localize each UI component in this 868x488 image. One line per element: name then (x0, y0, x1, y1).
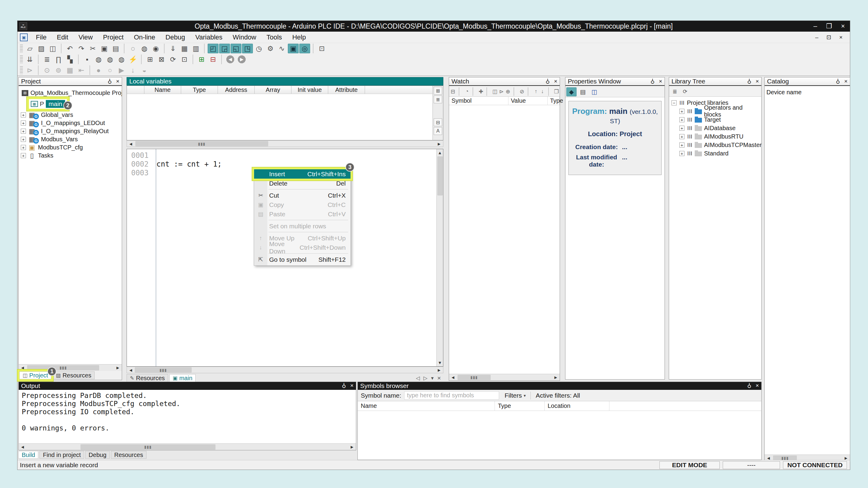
scroll-right-icon[interactable]: ► (435, 141, 443, 147)
scroll-thumb[interactable]: ▮▮▮ (135, 141, 268, 147)
close-icon[interactable]: × (844, 78, 847, 85)
library-item[interactable]: ☰ AIModbusRTU (669, 132, 761, 141)
menu-variables[interactable]: Variables (190, 32, 227, 43)
library-item[interactable]: ☰ Standard (669, 149, 761, 158)
save-project-button[interactable]: ◫ (47, 44, 58, 53)
toolbar-grip[interactable] (20, 66, 23, 74)
toggle-properties-window-button[interactable]: ◲ (219, 44, 230, 53)
pin-icon[interactable]: ⚲ (747, 78, 751, 85)
toggle-library-tree-button[interactable]: ◱ (230, 44, 241, 53)
redo-button[interactable]: ↷ (76, 44, 87, 53)
tab-editor-main[interactable]: ▣ main (169, 374, 195, 382)
expand-icon[interactable] (21, 121, 26, 126)
open-project-button[interactable]: ▨ (36, 44, 47, 53)
symbol-search-input[interactable] (404, 391, 499, 400)
options-button[interactable]: ⚙ (265, 44, 276, 53)
download-parameters-button[interactable]: ◍ (93, 55, 104, 64)
column-header[interactable]: Array (255, 86, 291, 94)
print-button[interactable]: ▦ (179, 44, 190, 53)
toggle-watch-window-button[interactable]: ◳ (242, 44, 253, 53)
cut-button[interactable]: ✂ (87, 44, 98, 53)
tree-item[interactable]: ▦ G I_O_mappings_RelayOut (19, 127, 122, 135)
project-horizontal-scrollbar[interactable]: ◄ ▮▮▮ ► (19, 364, 122, 371)
tree-item[interactable]: ▦ G Modbus_Vars (19, 135, 122, 143)
expand-icon[interactable] (679, 126, 684, 131)
toolbar-grip[interactable] (20, 44, 23, 53)
watch-import-add-button[interactable]: ⊕ (505, 87, 511, 96)
scroll-thumb[interactable]: ▮▮▮ (458, 375, 491, 380)
scroll-thumb[interactable]: ▮▮▮ (135, 367, 192, 372)
context-copy[interactable]: ▣ Copy Ctrl+C (254, 200, 350, 209)
watch-move-up-button[interactable]: ↑ (533, 87, 539, 96)
grid-view-button[interactable]: ⊞ (434, 87, 442, 95)
context-cut[interactable]: ✂ Cut Ctrl+X (254, 191, 350, 200)
code-line[interactable]: 0001 (127, 151, 443, 160)
scroll-down-icon[interactable]: ▼ (438, 359, 442, 366)
find-next-button[interactable]: ◍ (139, 44, 150, 53)
new-project-button[interactable]: ▱ (24, 44, 35, 53)
record-trigger-button[interactable]: ● (93, 65, 104, 75)
close-icon[interactable]: × (659, 78, 662, 85)
expand-icon[interactable] (21, 137, 26, 142)
watch-body[interactable] (449, 105, 560, 374)
watch-save-button[interactable]: ◫ (492, 87, 498, 96)
library-item[interactable]: ☰ AIDatabase (669, 124, 761, 132)
library-manager-button[interactable]: ≣ (670, 87, 680, 96)
watch-windows-button[interactable]: ❐ (553, 87, 559, 96)
pin-icon[interactable]: ⚲ (546, 78, 550, 85)
copy-button[interactable]: ▣ (99, 44, 110, 53)
close-button[interactable]: × (836, 21, 850, 32)
remove-trigger-button[interactable]: ○ (104, 65, 116, 75)
download-code-button[interactable]: ⇓ (167, 44, 179, 53)
column-header[interactable]: Name (144, 86, 181, 94)
symbols-table-body[interactable] (358, 411, 761, 460)
toggle-oscilloscope-button[interactable]: ∿ (276, 44, 287, 53)
build-button[interactable]: ⇊ (24, 55, 35, 64)
close-icon[interactable]: × (350, 382, 353, 389)
output-tab-debug[interactable]: Debug (85, 451, 110, 459)
tab-project[interactable]: ◫ Project 1 (19, 371, 51, 379)
reset-button[interactable]: ◒ (139, 65, 150, 75)
menu-edit[interactable]: Edit (52, 32, 73, 43)
list-view-button[interactable]: ≣ (434, 96, 442, 103)
online-values-button[interactable]: ⊞ (145, 55, 156, 64)
menu-debug[interactable]: Debug (160, 32, 190, 43)
device-connection-settings-button[interactable]: ≣ (41, 55, 53, 64)
paste-button[interactable]: ▤ (110, 44, 121, 53)
watch-horizontal-scrollbar[interactable]: ◄ ▮▮▮ ► (449, 374, 560, 381)
close-icon[interactable]: × (755, 78, 759, 85)
watch-move-down-button[interactable]: ↓ (539, 87, 546, 96)
output-log[interactable]: Preprocessing ParDB completed.Preprocess… (19, 390, 356, 444)
navigate-back-button[interactable]: ◀ (225, 55, 236, 64)
undo-button[interactable]: ↶ (64, 44, 75, 53)
output-tab-build[interactable]: Build (19, 451, 38, 459)
column-header[interactable]: Symbol (449, 97, 508, 105)
local-variables-grid[interactable]: NameTypeAddressArrayInit valueAttribute (127, 86, 443, 140)
scroll-right-icon[interactable]: ► (114, 365, 122, 370)
context-insert[interactable]: Insert Ctrl+Shift+Ins (254, 169, 350, 178)
menu-online[interactable]: On-line (129, 32, 160, 43)
tab-nav-prev-icon[interactable]: ◁ (416, 375, 420, 381)
scroll-thumb[interactable]: ▮▮▮ (27, 365, 99, 370)
fullscreen-button[interactable]: ⊡ (316, 44, 327, 53)
editor-horizontal-scrollbar[interactable]: ◄ ▮▮▮ ► (127, 367, 443, 373)
library-item[interactable]: ☰ AIModbusTCPMaster (669, 141, 761, 149)
refresh-values-button[interactable]: ⟳ (167, 55, 179, 64)
filters-dropdown-button[interactable]: Filters ▾ (504, 392, 526, 399)
delete-record-button[interactable]: ⊟ (208, 55, 218, 64)
tree-item[interactable]: ▦ G Global_vars (19, 111, 122, 119)
expand-icon[interactable] (679, 142, 684, 148)
view-layout-button[interactable]: ⊡ (179, 55, 190, 64)
print-preview-button[interactable]: ▥ (190, 44, 201, 53)
editor-vertical-scrollbar[interactable]: ▲ ▼ (436, 149, 443, 366)
debug-task-button[interactable]: ⊳ (24, 65, 35, 75)
watch-add-symbol-button[interactable]: ✚ (478, 87, 484, 96)
tab-resources[interactable]: ▨ Resources (53, 371, 95, 379)
step-over-button[interactable]: ⊚ (53, 65, 64, 75)
find-button[interactable]: ◌ (127, 44, 138, 53)
navigate-forward-button[interactable]: ▶ (236, 55, 247, 64)
watch-clear-button[interactable]: ⊘ (519, 87, 525, 96)
mdi-close-button[interactable]: × (835, 33, 847, 42)
add-to-watch-button[interactable]: ⇤ (76, 65, 87, 75)
pin-icon[interactable]: ⚲ (836, 78, 840, 85)
